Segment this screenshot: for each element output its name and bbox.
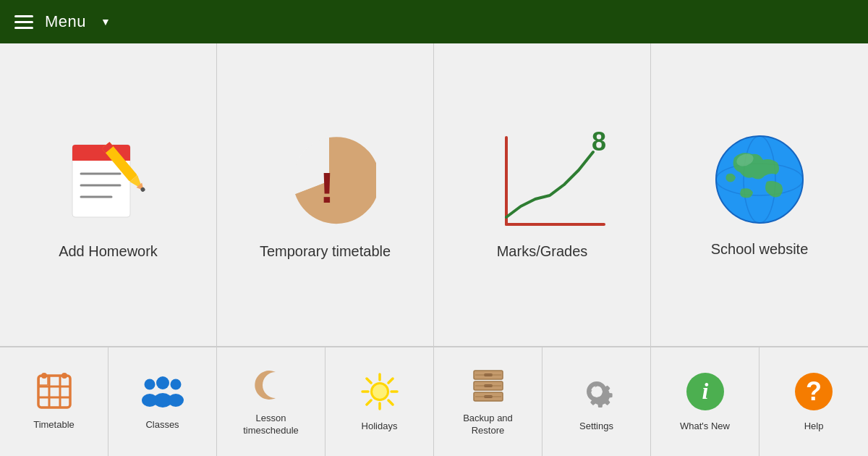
svg-point-33	[168, 394, 184, 407]
bottom-card-label-settings: Settings	[579, 421, 613, 433]
svg-point-43	[373, 384, 387, 399]
globe-icon	[712, 132, 807, 229]
svg-text:8: 8	[592, 130, 606, 156]
svg-point-31	[142, 394, 158, 407]
bottom-card-label-timetable: Timetable	[33, 419, 75, 431]
bottom-card-label-holidays: Holidays	[362, 421, 398, 433]
help-question-icon: ?	[793, 371, 834, 415]
svg-text:!: !	[320, 164, 334, 212]
main-card-timetable[interactable]: ! Temporary timetable	[217, 43, 434, 346]
lesson-moon-icon	[252, 366, 290, 407]
svg-line-40	[388, 379, 393, 383]
timetable-grid-icon	[35, 373, 73, 413]
main-card-school-website[interactable]: School website	[651, 43, 868, 346]
main-card-label-website: School website	[711, 241, 809, 258]
whats-new-info-icon: i	[685, 371, 726, 415]
header-title: Menu	[45, 12, 86, 31]
bottom-card-label-lesson: Lessontimeschedule	[243, 413, 299, 437]
main-card-label-marks: Marks/Grades	[497, 243, 588, 260]
hamburger-icon[interactable]	[14, 15, 33, 29]
backup-drawers-icon	[468, 366, 509, 407]
svg-point-32	[170, 379, 181, 389]
homework-icon	[65, 130, 152, 232]
marks-icon: 8	[492, 130, 593, 232]
svg-line-38	[367, 379, 371, 383]
settings-gear-icon	[576, 371, 617, 415]
bottom-card-label-backup: Backup andRestore	[463, 413, 513, 437]
bottom-card-timetable[interactable]: Timetable	[0, 347, 109, 456]
holidays-sun-icon	[359, 371, 400, 415]
svg-point-28	[156, 376, 169, 389]
bottom-card-whats-new[interactable]: i What's New	[651, 347, 760, 456]
bottom-card-classes[interactable]: Classes	[109, 347, 217, 456]
dropdown-arrow-icon[interactable]: ▼	[101, 16, 111, 28]
bottom-card-label-help: Help	[804, 421, 824, 433]
svg-point-25	[41, 373, 47, 379]
svg-line-39	[388, 400, 393, 405]
bottom-card-label-classes: Classes	[145, 419, 179, 431]
bottom-card-label-whats-new: What's New	[680, 421, 730, 433]
classes-people-icon	[141, 373, 184, 413]
bottom-card-backup[interactable]: Backup andRestore	[434, 347, 542, 456]
bottom-card-lesson[interactable]: Lessontimeschedule	[217, 347, 326, 456]
timetable-icon: !	[282, 130, 369, 232]
svg-point-30	[144, 379, 155, 389]
app-header: Menu ▼	[0, 0, 868, 43]
svg-line-41	[367, 400, 371, 405]
main-grid: Add Homework ! Temporary timetable	[0, 43, 868, 347]
svg-point-53	[578, 373, 616, 410]
bottom-card-help[interactable]: ? Help	[760, 347, 868, 456]
bottom-card-holidays[interactable]: Holidays	[326, 347, 434, 456]
bottom-card-settings[interactable]: Settings	[542, 347, 651, 456]
main-card-marks[interactable]: 8 Marks/Grades	[434, 43, 651, 346]
main-card-add-homework[interactable]: Add Homework	[0, 43, 217, 346]
svg-text:i: i	[702, 378, 708, 404]
svg-point-26	[61, 373, 67, 379]
main-card-label-homework: Add Homework	[59, 243, 158, 260]
bottom-row: Timetable Classes Lessont	[0, 347, 868, 456]
svg-rect-20	[38, 376, 70, 408]
main-card-label-timetable: Temporary timetable	[260, 243, 391, 260]
svg-text:?: ?	[806, 376, 822, 406]
